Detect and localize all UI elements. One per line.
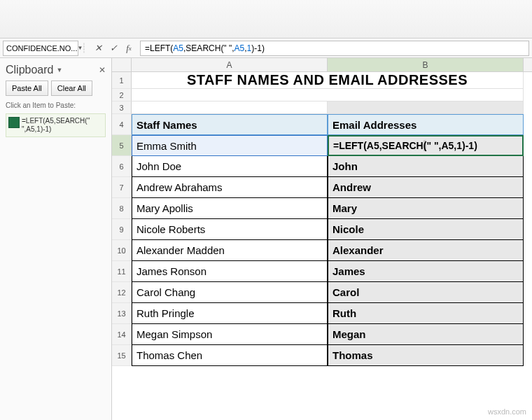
cell-staff-name[interactable]: Emma Smith [132,135,328,156]
cell-staff-name[interactable]: Nicole Roberts [132,219,328,240]
clipboard-pane: Clipboard ▼ ✕ Paste All Clear All Click … [0,58,112,420]
cell-email[interactable]: John [328,156,524,177]
workspace: Clipboard ▼ ✕ Paste All Clear All Click … [0,58,532,420]
empty-cell[interactable] [132,89,524,102]
row-header[interactable]: 7 [112,177,132,198]
table-row: 7Andrew AbrahamsAndrew [112,177,532,198]
table-row: 5Emma Smith=LEFT(A5,SEARCH(" ",A5,1)-1) [112,135,532,156]
fx-icon[interactable]: fx [123,43,134,54]
cell-staff-name[interactable]: Alexander Madden [132,240,328,261]
clipboard-hint: Click an Item to Paste: [6,102,106,109]
close-icon[interactable]: ✕ [99,65,106,75]
cell-email[interactable]: Megan [328,324,524,345]
clipboard-title-text: Clipboard [6,64,53,76]
row-header[interactable]: 15 [112,345,132,366]
row-4: 4 Staff Names Email Addresses [112,114,532,135]
row-header[interactable]: 10 [112,240,132,261]
cancel-icon[interactable]: ✕ [92,43,104,54]
cell-email[interactable]: =LEFT(A5,SEARCH(" ",A5,1)-1) [328,135,524,156]
empty-cell[interactable] [132,102,328,114]
spreadsheet-grid[interactable]: A B 1 STAFF NAMES AND EMAIL ADDRESSES 2 … [112,58,532,420]
cell-staff-name[interactable]: John Doe [132,156,328,177]
row-3: 3 [112,102,532,114]
watermark: wsxdn.com [488,407,526,416]
row-header[interactable]: 13 [112,303,132,324]
cell-staff-name[interactable]: Thomas Chen [132,345,328,366]
table-row: 12Carol ChangCarol [112,282,532,303]
table-row: 15Thomas ChenThomas [112,345,532,366]
row-2: 2 [112,89,532,102]
cell-email[interactable]: Carol [328,282,524,303]
row-1: 1 STAFF NAMES AND EMAIL ADDRESSES [112,72,532,89]
clipboard-item[interactable]: =LEFT(A5,SEARCH(" ",A5,1)-1) [6,113,106,137]
cell-email[interactable]: Ruth [328,303,524,324]
cell-email[interactable]: Thomas [328,345,524,366]
formula-text: =LEFT(A5,SEARCH(" ",A5,1)-1) [145,43,265,53]
cell-email[interactable]: Alexander [328,240,524,261]
header-email-addresses[interactable]: Email Addresses [328,114,524,135]
title-cell[interactable]: STAFF NAMES AND EMAIL ADDRESSES [132,72,524,89]
row-header[interactable]: 5 [112,135,132,156]
cell-email[interactable]: Andrew [328,177,524,198]
cell-staff-name[interactable]: Mary Apollis [132,198,328,219]
row-header[interactable]: 12 [112,282,132,303]
row-header[interactable]: 6 [112,156,132,177]
cell-email[interactable]: Mary [328,198,524,219]
cell-email[interactable]: Nicole [328,219,524,240]
ribbon-area [0,0,532,38]
separator: ┊ [81,43,87,53]
row-header[interactable]: 2 [112,89,132,102]
row-header[interactable]: 14 [112,324,132,345]
header-staff-names[interactable]: Staff Names [132,114,328,135]
table-row: 10Alexander MaddenAlexander [112,240,532,261]
table-row: 11James RonsonJames [112,261,532,282]
cell-staff-name[interactable]: Megan Simpson [132,324,328,345]
row-header[interactable]: 3 [112,102,132,114]
row-header[interactable]: 1 [112,72,132,89]
formula-input[interactable]: =LEFT(A5,SEARCH(" ",A5,1)-1) [140,41,529,56]
cell-staff-name[interactable]: James Ronson [132,261,328,282]
empty-cell[interactable] [328,102,524,114]
col-header-A[interactable]: A [132,58,328,71]
name-box-text: CONFIDENCE.NO... [6,44,77,52]
formula-bar-buttons: ✕ ✓ fx [90,43,137,54]
cell-staff-name[interactable]: Carol Chang [132,282,328,303]
row-header[interactable]: 4 [112,114,132,135]
clear-all-button[interactable]: Clear All [51,80,92,96]
select-all-corner[interactable] [112,58,132,71]
cell-email[interactable]: James [328,261,524,282]
rows-container: 1 STAFF NAMES AND EMAIL ADDRESSES 2 3 4 … [112,72,532,366]
table-row: 14Megan SimpsonMegan [112,324,532,345]
table-row: 13Ruth PringleRuth [112,303,532,324]
table-row: 9Nicole RobertsNicole [112,219,532,240]
dropdown-icon[interactable]: ▼ [56,66,62,74]
row-header[interactable]: 11 [112,261,132,282]
clipboard-title: Clipboard ▼ ✕ [6,64,106,76]
column-headers: A B [112,58,532,72]
name-box[interactable]: CONFIDENCE.NO... ▼ [3,41,78,56]
cell-staff-name[interactable]: Ruth Pringle [132,303,328,324]
col-header-B[interactable]: B [328,58,524,71]
table-row: 8Mary ApollisMary [112,198,532,219]
formula-bar: CONFIDENCE.NO... ▼ ┊ ✕ ✓ fx =LEFT(A5,SEA… [0,38,532,58]
row-header[interactable]: 8 [112,198,132,219]
clipboard-buttons: Paste All Clear All [6,80,106,96]
table-row: 6John DoeJohn [112,156,532,177]
paste-all-button[interactable]: Paste All [6,80,48,96]
cell-staff-name[interactable]: Andrew Abrahams [132,177,328,198]
enter-icon[interactable]: ✓ [108,43,119,54]
row-header[interactable]: 9 [112,219,132,240]
